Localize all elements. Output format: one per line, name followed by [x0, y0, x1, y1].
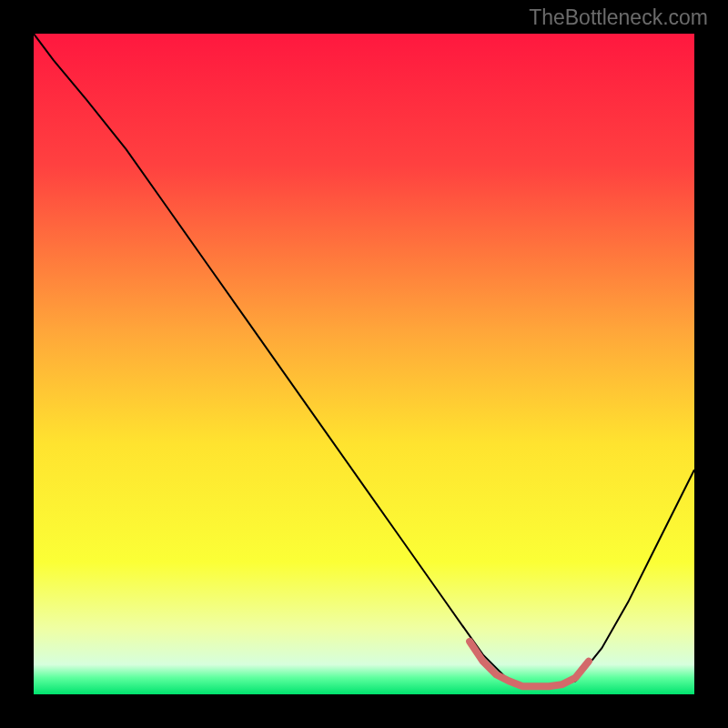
attribution-label: TheBottleneck.com	[529, 5, 708, 30]
chart-container: TheBottleneck.com	[0, 0, 728, 728]
chart-svg	[34, 34, 694, 694]
gradient-background	[34, 34, 694, 694]
plot-frame	[34, 34, 694, 694]
